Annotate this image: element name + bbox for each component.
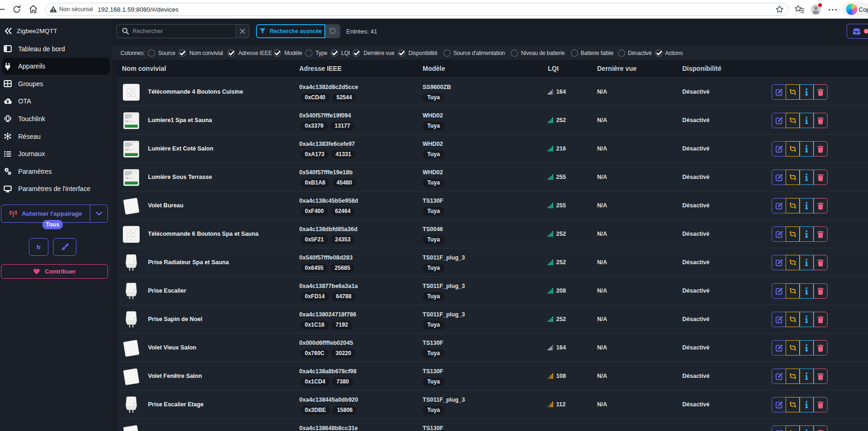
svg-text:♻ ☆ ⌂: ♻ ☆ ⌂ bbox=[128, 176, 135, 179]
svg-text:CE: CE bbox=[125, 148, 128, 151]
svg-text:CE: CE bbox=[125, 119, 128, 122]
svg-text:♻ ☆ ⌂: ♻ ☆ ⌂ bbox=[128, 148, 135, 151]
svg-text:♻ ☆ ⌂: ♻ ☆ ⌂ bbox=[128, 119, 135, 122]
svg-text:CE: CE bbox=[125, 176, 128, 179]
